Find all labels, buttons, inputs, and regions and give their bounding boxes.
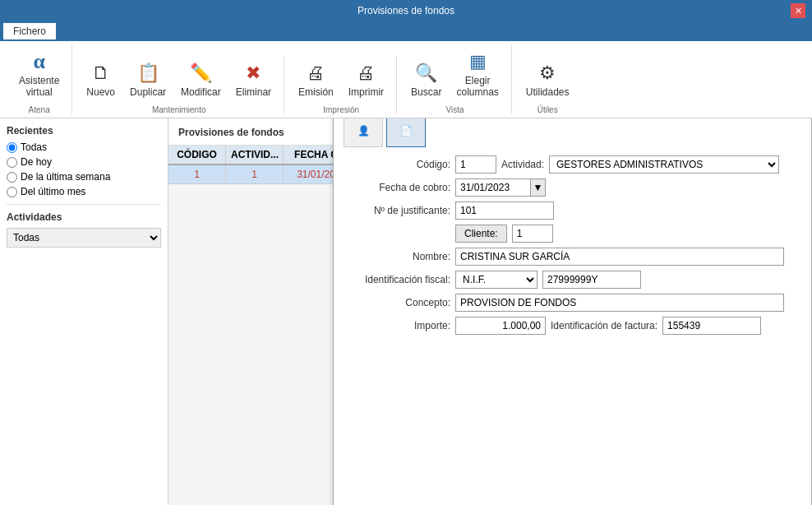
filter-semana[interactable]: De la última semana (7, 171, 161, 183)
justificante-input[interactable] (455, 202, 554, 220)
utilidades-label: Utilidades (526, 86, 570, 98)
duplicar-label: Duplicar (130, 86, 166, 98)
fiscal-label: Identificación fiscal: (344, 274, 450, 285)
importe-label: Importe: (344, 320, 450, 331)
modal-icons: 👤 📄 (344, 118, 801, 147)
fecha-cobro-field[interactable] (456, 180, 530, 195)
codigo-input[interactable] (455, 155, 496, 174)
cliente-input[interactable] (512, 225, 553, 243)
modificar-label: Modificar (181, 86, 221, 98)
ribbon-group-impresion: 🖨 Emisión 🖨 Imprimir Impresión (286, 56, 397, 114)
id-factura-input[interactable] (662, 317, 761, 335)
ribbon: α Asistentevirtual Atena 🗋 Nuevo 📋 Dupli… (0, 41, 812, 118)
close-button[interactable]: ✕ (791, 3, 805, 18)
col-codigo-header: CÓDIGO (168, 146, 226, 164)
utiles-group-label: Útiles (537, 105, 558, 114)
menu-bar: Fichero (0, 21, 812, 41)
filter-hoy[interactable]: De hoy (7, 156, 161, 168)
eliminar-label: Eliminar (236, 86, 271, 98)
atena-group-label: Atena (29, 105, 50, 114)
filter-todas[interactable]: Todas (7, 141, 161, 153)
atena-icon: α (26, 49, 53, 75)
actividades-label: Actividades (7, 211, 161, 223)
imprimir-icon: 🖨 (353, 60, 379, 86)
content-area: Provisiones de fondos CÓDIGO ACTIVID... … (168, 118, 812, 505)
duplicar-button[interactable]: 📋 Duplicar (124, 56, 172, 102)
main-area: Recientes Todas De hoy De la última sema… (0, 118, 812, 505)
asistente-label: Asistentevirtual (19, 75, 59, 98)
title-bar: Provisiones de fondos ✕ (0, 0, 812, 21)
actividad-select[interactable]: GESTORES ADMINISTRATIVOS (549, 155, 779, 174)
ribbon-group-mantenimiento: 🗋 Nuevo 📋 Duplicar ✏️ Modificar ✖ Elimin… (74, 56, 284, 114)
ribbon-group-vista: 🔍 Buscar ▦ Elegircolumnas Vista (399, 44, 512, 114)
cliente-button[interactable]: Cliente: (455, 225, 507, 243)
row-actividad: 1 (226, 165, 284, 183)
col-actividad-header: ACTIVID... (226, 146, 284, 164)
provisiones-title: Provisiones de fondos (178, 127, 284, 138)
modal-dialog: Modificación de provisión de fondos 👤 📄 … (333, 118, 812, 505)
elegir-columnas-button[interactable]: ▦ Elegircolumnas (450, 44, 504, 102)
sidebar: Recientes Todas De hoy De la última sema… (0, 118, 168, 505)
nuevo-label: Nuevo (86, 86, 115, 98)
vista-group-label: Vista (445, 105, 464, 114)
row-codigo: 1 (168, 165, 226, 183)
ribbon-group-utiles: ⚙ Utilidades Útiles (514, 56, 582, 114)
imprimir-label: Imprimir (348, 86, 384, 98)
app-title: Provisiones de fondos (358, 5, 454, 16)
nuevo-icon: 🗋 (88, 60, 114, 86)
modal-body: 👤 📄 Código: Actividad: GESTORES ADMINIST… (334, 118, 811, 348)
filter-todas-label: Todas (21, 141, 47, 153)
filter-hoy-radio[interactable] (7, 157, 17, 168)
nombre-label: Nombre: (344, 251, 450, 262)
form-row-codigo: Código: Actividad: GESTORES ADMINISTRATI… (344, 155, 801, 174)
justificante-label: Nº de justificante: (344, 205, 450, 216)
actividades-select[interactable]: Todas (7, 228, 161, 248)
form-row-justificante: Nº de justificante: (344, 202, 801, 220)
duplicar-icon: 📋 (135, 60, 161, 86)
fichero-menu[interactable]: Fichero (3, 23, 56, 39)
concepto-label: Concepto: (344, 297, 450, 308)
utilidades-button[interactable]: ⚙ Utilidades (520, 56, 575, 102)
mantenimiento-group-label: Mantenimiento (152, 105, 206, 114)
modificar-icon: ✏️ (187, 60, 214, 86)
form-row-importe: Importe: Identificación de factura: (344, 317, 801, 335)
codigo-label: Código: (344, 159, 450, 170)
imprimir-button[interactable]: 🖨 Imprimir (343, 56, 390, 102)
doc-icon: 📄 (400, 125, 413, 137)
id-factura-label: Identificación de factura: (551, 320, 657, 331)
elegir-columnas-icon: ▦ (464, 49, 491, 75)
concepto-input[interactable] (455, 294, 784, 312)
nuevo-button[interactable]: 🗋 Nuevo (81, 56, 121, 102)
filter-mes-label: Del último mes (21, 186, 85, 197)
form-row-fecha: Fecha de cobro: ▼ (344, 178, 801, 197)
filter-todas-radio[interactable] (7, 142, 17, 153)
recientes-label: Recientes (7, 125, 161, 137)
asistente-virtual-button[interactable]: α Asistentevirtual (13, 44, 65, 102)
form-row-nombre: Nombre: (344, 248, 801, 266)
importe-input[interactable] (455, 317, 546, 335)
buscar-button[interactable]: 🔍 Buscar (405, 56, 447, 102)
nombre-input[interactable] (455, 248, 784, 266)
filter-mes[interactable]: Del último mes (7, 186, 161, 197)
person-icon-btn[interactable]: 👤 (344, 118, 383, 147)
emision-icon: 🖨 (302, 60, 329, 86)
modificar-button[interactable]: ✏️ Modificar (175, 56, 227, 102)
impresion-group-label: Impresión (323, 105, 359, 114)
person-icon: 👤 (358, 125, 370, 137)
doc-icon-btn[interactable]: 📄 (386, 118, 426, 147)
fiscal-num-input[interactable] (542, 271, 641, 289)
fiscal-type-select[interactable]: N.I.F. (455, 271, 537, 289)
fecha-cobro-label: Fecha de cobro: (344, 182, 450, 193)
calendar-button[interactable]: ▼ (530, 179, 545, 196)
emision-button[interactable]: 🖨 Emisión (293, 56, 339, 102)
filter-mes-radio[interactable] (7, 187, 17, 197)
buscar-icon: 🔍 (413, 60, 440, 86)
filter-semana-label: De la última semana (21, 171, 110, 183)
eliminar-button[interactable]: ✖ Eliminar (230, 56, 277, 102)
fecha-cobro-input[interactable]: ▼ (455, 178, 546, 197)
elegir-columnas-label: Elegircolumnas (456, 75, 498, 98)
eliminar-icon: ✖ (240, 60, 266, 86)
actividad-label: Actividad: (501, 159, 544, 170)
filter-semana-radio[interactable] (7, 172, 17, 183)
form-row-fiscal: Identificación fiscal: N.I.F. (344, 271, 801, 289)
